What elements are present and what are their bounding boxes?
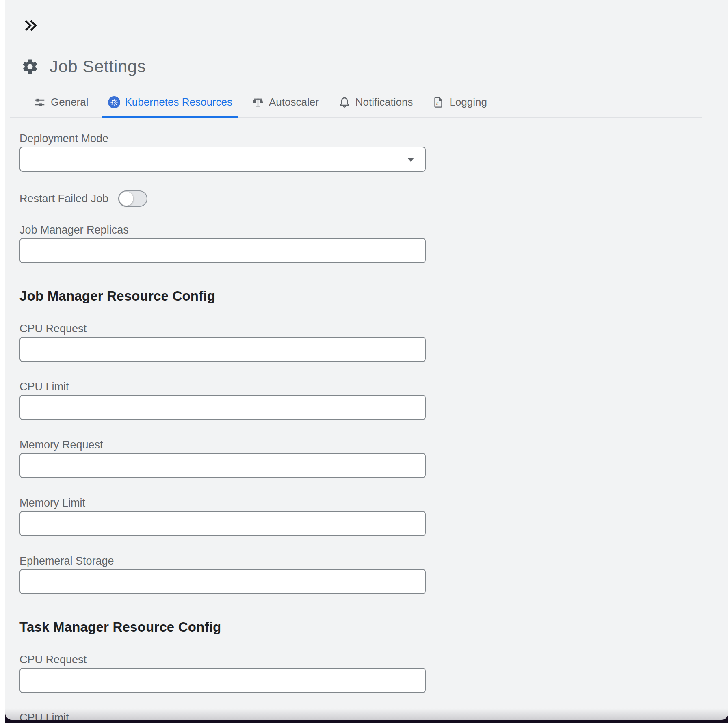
- page-title: Job Settings: [50, 57, 146, 76]
- tab-label: General: [51, 96, 89, 108]
- tab-general[interactable]: General: [28, 89, 95, 117]
- tab-kubernetes-resources[interactable]: Kubernetes Resources: [102, 89, 238, 117]
- jm-cpu-limit-label: CPU Limit: [20, 380, 728, 394]
- deployment-mode-label: Deployment Mode: [20, 132, 728, 145]
- tab-label: Notifications: [355, 96, 413, 108]
- svg-text:#: #: [436, 101, 439, 106]
- tune-icon: [34, 96, 46, 108]
- collapse-panel-button[interactable]: [23, 18, 38, 33]
- tab-label: Kubernetes Resources: [125, 96, 232, 108]
- panel-header: Job Settings: [21, 57, 728, 76]
- kubernetes-icon: [108, 96, 120, 108]
- restart-failed-job-toggle[interactable]: [118, 190, 147, 207]
- underlying-page-edge: [0, 0, 5, 723]
- log-file-icon: #: [432, 96, 444, 108]
- jm-memory-request-label: Memory Request: [20, 438, 728, 452]
- tab-bar: General Kubernetes Resources: [10, 89, 702, 118]
- jm-memory-limit-label: Memory Limit: [20, 496, 728, 510]
- jm-cpu-request-input[interactable]: [20, 337, 426, 362]
- jm-cpu-request-label: CPU Request: [20, 322, 728, 336]
- tab-notifications[interactable]: Notifications: [332, 89, 419, 117]
- job-manager-replicas-input[interactable]: [20, 238, 426, 263]
- section-heading-job-manager: Job Manager Resource Config: [20, 288, 728, 304]
- jm-memory-request-input[interactable]: [20, 453, 426, 478]
- jm-ephemeral-storage-label: Ephemeral Storage: [20, 554, 728, 568]
- tab-logging[interactable]: # Logging: [426, 89, 493, 117]
- section-heading-task-manager: Task Manager Resource Config: [20, 619, 728, 635]
- job-settings-panel: Job Settings General: [5, 0, 728, 720]
- jm-ephemeral-storage-input[interactable]: [20, 569, 426, 594]
- tm-cpu-request-input[interactable]: [20, 668, 426, 693]
- tab-label: Logging: [449, 96, 487, 108]
- chevron-down-icon: [407, 158, 414, 162]
- jm-memory-limit-input[interactable]: [20, 511, 426, 536]
- restart-failed-job-label: Restart Failed Job: [20, 192, 108, 206]
- tab-label: Autoscaler: [269, 96, 319, 108]
- tab-autoscaler[interactable]: Autoscaler: [246, 89, 325, 117]
- tm-cpu-request-label: CPU Request: [20, 653, 728, 667]
- double-chevron-right-icon: [24, 28, 37, 34]
- deployment-mode-select[interactable]: [20, 147, 426, 172]
- scale-icon: [252, 96, 264, 108]
- gear-icon: [21, 58, 39, 76]
- jm-cpu-limit-input[interactable]: [20, 395, 426, 420]
- toggle-knob: [119, 192, 133, 206]
- tm-cpu-limit-label: CPU Limit: [20, 711, 728, 720]
- job-manager-replicas-label: Job Manager Replicas: [20, 223, 728, 237]
- bell-icon: [338, 96, 351, 108]
